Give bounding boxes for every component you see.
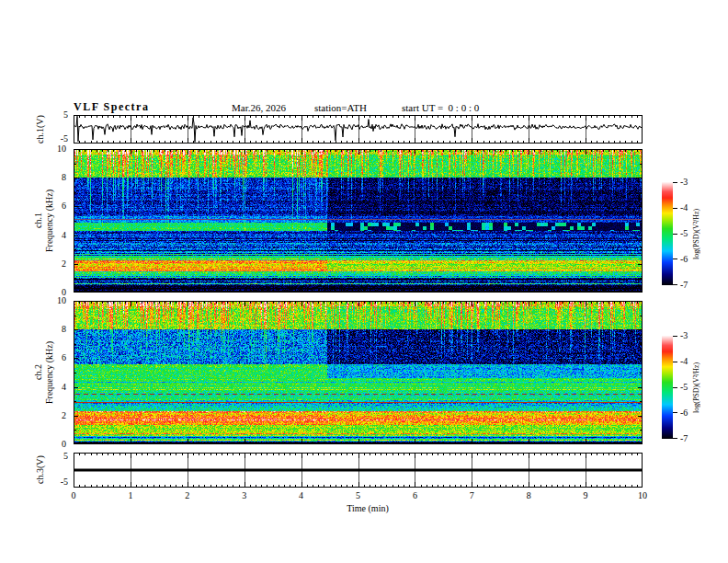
spec1-ytick-label: 4 xyxy=(50,230,66,240)
colorbar2-tick-label: -4 xyxy=(680,356,702,366)
colorbar1-canvas xyxy=(662,182,678,285)
colorbar2-canvas xyxy=(662,336,678,439)
time-tick-label: 8 xyxy=(518,490,540,500)
ch2-spec-channel-label: ch.2 xyxy=(33,301,43,444)
colorbar2-tick-label: -5 xyxy=(680,382,702,392)
ch3-wave-ymin-label: -5 xyxy=(51,477,68,487)
time-tick-label: 4 xyxy=(290,490,313,500)
spec2-ytick-label: 0 xyxy=(50,439,66,449)
colorbar2-tick-label: -3 xyxy=(680,330,702,340)
spec1-ytick-label: 2 xyxy=(50,259,66,269)
spec1-ytick-label: 6 xyxy=(50,201,66,211)
time-tick-label: 10 xyxy=(631,490,654,500)
time-tick-label: 6 xyxy=(404,490,426,500)
start-ut-label: start UT = 0 : 0 : 0 xyxy=(402,102,479,113)
time-tick-label: 3 xyxy=(233,490,256,500)
ch1-spec-channel-label: ch.1 xyxy=(33,149,43,293)
ch1-wave-ymin-label: -5 xyxy=(51,133,68,144)
colorbar2-tick-label: -7 xyxy=(680,433,702,443)
spec2-ytick-label: 2 xyxy=(50,410,66,420)
date-label: Mar.26, 2026 xyxy=(232,102,286,113)
colorbar1-tick-label: -5 xyxy=(680,228,702,238)
spec2-ytick-label: 6 xyxy=(50,352,66,362)
ch2-spectrogram-canvas xyxy=(74,301,643,444)
time-tick-label: 1 xyxy=(119,490,142,500)
spec1-ytick-label: 10 xyxy=(50,144,66,154)
ch3-wave-axis-label: ch.3(V) xyxy=(35,446,45,494)
ch1-spectrogram-canvas xyxy=(74,149,643,293)
colorbar1-tick-label: -7 xyxy=(680,280,702,290)
spec2-ytick-label: 4 xyxy=(50,382,66,392)
ch1-wave-ymax-label: 5 xyxy=(51,109,68,120)
spec2-ytick-label: 10 xyxy=(50,295,66,305)
colorbar1-tick-label: -4 xyxy=(680,202,702,213)
time-tick-label: 0 xyxy=(63,490,85,500)
spec2-ytick-label: 8 xyxy=(50,324,66,334)
ch1-spec-axis-label: Frequency (kHz) xyxy=(44,149,54,293)
time-tick-label: 5 xyxy=(347,490,370,500)
vlf-spectra-screen: VLF Spectra Mar.26, 2026 station=ATH sta… xyxy=(0,0,728,563)
colorbar2-tick-label: -6 xyxy=(680,408,702,418)
page-title: VLF Spectra xyxy=(74,100,149,114)
ch3-wave-ymax-label: 5 xyxy=(51,451,68,461)
colorbar1-tick-label: -3 xyxy=(680,177,702,187)
ch2-spec-axis-label: Frequency (kHz) xyxy=(44,301,54,444)
spec1-ytick-label: 8 xyxy=(50,172,66,182)
time-tick-label: 7 xyxy=(461,490,483,500)
time-axis-label: Time (min) xyxy=(313,503,423,513)
time-tick-label: 9 xyxy=(574,490,597,500)
colorbar1-tick-label: -6 xyxy=(680,254,702,264)
time-tick-label: 2 xyxy=(176,490,199,500)
ch1-waveform-canvas xyxy=(74,115,643,144)
ch1-wave-axis-label: ch.1(V) xyxy=(35,106,45,154)
station-label: station=ATH xyxy=(314,102,367,113)
ch3-waveform-canvas xyxy=(74,453,643,488)
